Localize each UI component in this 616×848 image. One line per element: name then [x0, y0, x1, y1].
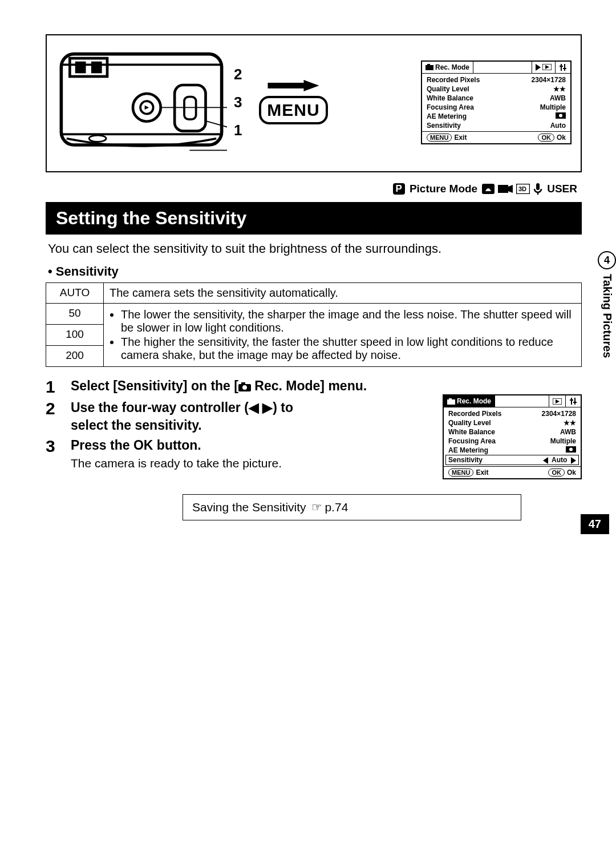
svg-rect-28	[536, 183, 540, 190]
callout-3: 3	[234, 94, 242, 111]
svg-line-11	[206, 121, 228, 130]
row-label: Quality Level	[427, 85, 469, 93]
iso-100: 100	[46, 325, 104, 346]
reference-page: p.74	[325, 500, 348, 514]
menu-btn-label: MENU	[448, 469, 473, 477]
footer-exit: Exit	[454, 134, 467, 142]
picture-mode-label: Picture Mode	[410, 183, 477, 195]
lcd-screen-top: Rec. Mode Recorded Pixels2304×1728 Quali…	[421, 60, 572, 144]
user-mode-label: USER	[547, 183, 577, 195]
step-3-body: The camera is ready to take the picture.	[71, 457, 333, 470]
menu-button-illustration: MENU	[259, 80, 327, 124]
step-3-num: 3	[46, 437, 71, 456]
svg-marker-25	[508, 185, 513, 193]
row-label: AE Metering	[427, 112, 467, 120]
3d-icon: 3D	[516, 184, 530, 194]
row-label: White Balance	[427, 94, 473, 102]
callout-1: 1	[234, 122, 242, 139]
row-label: Sensitivity	[448, 456, 483, 464]
ok-btn-label: OK	[538, 134, 554, 142]
ok-btn-label: OK	[548, 469, 565, 477]
bullet-1: The lower the sensitivity, the sharper t…	[121, 308, 576, 334]
voice-icon	[533, 183, 542, 195]
chapter-label: Taking Pictures	[601, 274, 614, 358]
row-value: AWB	[560, 428, 576, 436]
svg-point-22	[559, 114, 562, 117]
arrow-right-icon	[571, 457, 576, 464]
side-tab: 4 Taking Pictures	[598, 251, 616, 358]
footer-ok: Ok	[567, 469, 576, 477]
arrow-left-icon	[543, 457, 548, 464]
svg-point-9	[89, 135, 106, 142]
pointer-icon	[309, 500, 325, 514]
tab-rec-mode-active: Rec. Mode	[444, 395, 495, 407]
chapter-number: 4	[598, 251, 616, 269]
svg-point-32	[242, 385, 247, 390]
svg-rect-34	[449, 398, 452, 400]
row-value: 2304×1728	[542, 410, 576, 418]
svg-rect-17	[561, 64, 562, 71]
step-1-num: 1	[46, 377, 71, 397]
row-label: Recorded Pixels	[427, 76, 480, 84]
steps: 1 Select [Sensitivity] on the [ Rec. Mod…	[46, 377, 582, 479]
camera-icon	[238, 382, 251, 391]
menu-btn-label: MENU	[427, 134, 452, 142]
svg-rect-39	[570, 399, 573, 401]
sensitivity-table: AUTO The camera sets the sensitivity aut…	[46, 282, 582, 367]
page-number: 47	[581, 514, 609, 534]
movie-icon	[498, 184, 513, 194]
svg-rect-33	[447, 399, 455, 405]
row-label: Recorded Pixels	[448, 410, 501, 418]
row-selected: Sensitivity Auto	[446, 455, 578, 465]
svg-rect-4	[91, 62, 102, 74]
footer-exit: Exit	[476, 469, 488, 477]
svg-rect-40	[573, 402, 577, 403]
tab-playback-icon	[549, 395, 566, 407]
auto-desc: The camera sets the sensitivity automati…	[104, 283, 582, 304]
reference-text: Saving the Sensitivity	[192, 500, 309, 514]
night-scene-icon	[482, 184, 495, 194]
callout-2: 2	[234, 66, 242, 83]
top-figure: 2 3 1 MENU Rec. Mode	[46, 34, 582, 172]
tab-setup-icon	[556, 62, 570, 73]
stars-icon	[553, 85, 566, 93]
p-mode-icon: P	[393, 183, 405, 195]
menu-button-label: MENU	[259, 96, 327, 124]
row-value: AWB	[550, 94, 566, 102]
callout-numbers: 2 3 1	[234, 66, 242, 139]
camera-illustration	[56, 42, 227, 162]
svg-marker-16	[545, 65, 549, 69]
step-2-head: Use the four-way controller (◀ ▶) to sel…	[71, 399, 333, 434]
row-label: Focusing Area	[448, 437, 496, 445]
svg-rect-38	[574, 398, 576, 405]
tab-setup-icon	[566, 395, 581, 407]
svg-rect-37	[571, 398, 572, 405]
auto-label: AUTO	[46, 283, 104, 304]
mode-icons: 3D	[482, 183, 542, 195]
row-value: Multiple	[550, 437, 576, 445]
svg-rect-18	[564, 64, 565, 71]
iso-200: 200	[46, 346, 104, 367]
step-2-num: 2	[46, 399, 71, 418]
row-label: Quality Level	[448, 419, 491, 427]
sensitivity-heading: • Sensitivity	[48, 264, 579, 279]
lcd-screen-bottom: Rec. Mode Recorded Pixels2304×1728 Quali…	[443, 394, 582, 479]
svg-rect-14	[427, 64, 430, 66]
row-label: White Balance	[448, 428, 495, 436]
step-1-head: Select [Sensitivity] on the [ Rec. Mode]…	[71, 377, 582, 395]
arrow-right-icon	[268, 80, 319, 91]
camera-icon	[447, 398, 455, 405]
iso-desc: The lower the sensitivity, the sharper t…	[104, 304, 582, 367]
metering-icon	[556, 112, 566, 119]
camera-icon	[425, 64, 433, 70]
svg-text:3D: 3D	[518, 185, 526, 192]
metering-icon	[566, 446, 576, 453]
row-value: Auto	[552, 456, 567, 464]
step-3-head: Press the OK button.	[71, 437, 333, 454]
svg-rect-13	[425, 65, 433, 70]
row-label: Focusing Area	[427, 103, 474, 111]
row-value: 2304×1728	[532, 76, 566, 84]
row-value: Auto	[550, 122, 566, 130]
svg-point-42	[569, 448, 573, 451]
footer-ok: Ok	[557, 134, 566, 142]
